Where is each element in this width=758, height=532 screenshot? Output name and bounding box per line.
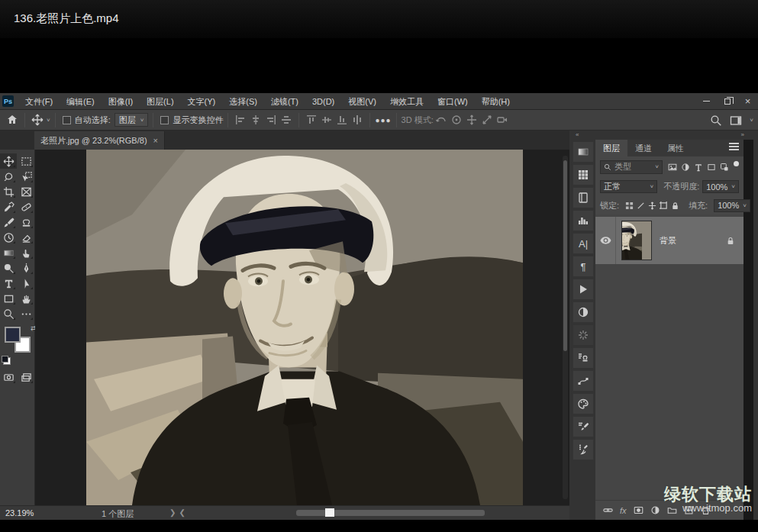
vertical-scrollbar[interactable] — [563, 156, 568, 499]
align-bottom-button[interactable] — [334, 112, 350, 127]
minimize-button[interactable] — [696, 93, 717, 110]
path-selection-tool[interactable] — [18, 276, 34, 291]
healing-brush-tool[interactable] — [18, 199, 34, 214]
auto-select-dropdown[interactable]: 图层 — [115, 113, 149, 127]
hand-tool[interactable] — [18, 291, 34, 306]
adjustments-panel-icon[interactable] — [573, 301, 594, 323]
document-tab[interactable]: 老照片.jpg @ 23.2%(RGB/8) — [34, 131, 165, 150]
screen-mode-button[interactable] — [18, 369, 34, 385]
timeline-panel-icon[interactable] — [573, 279, 594, 300]
filter-toggle-icon[interactable] — [734, 161, 739, 166]
eraser-tool[interactable] — [18, 230, 34, 245]
filter-pixel-layers-icon[interactable] — [666, 161, 678, 172]
more-options-button[interactable]: ●●● — [375, 116, 391, 124]
menu-image[interactable]: 图像(I) — [102, 93, 140, 110]
panel-menu-icon[interactable] — [729, 143, 739, 150]
patterns-panel-icon[interactable] — [573, 164, 594, 185]
3d-pan-icon[interactable] — [464, 112, 479, 127]
paths-panel-icon[interactable] — [573, 370, 594, 392]
distribute-vertical-button[interactable] — [350, 112, 365, 127]
layer-visibility-toggle[interactable] — [595, 217, 616, 264]
libraries-panel-icon[interactable] — [573, 187, 594, 208]
chevron-down-icon[interactable] — [750, 117, 753, 124]
pen-tool[interactable] — [18, 260, 34, 276]
collapse-dock-right-icon[interactable]: » — [741, 131, 744, 138]
edit-toolbar-button[interactable] — [18, 306, 34, 321]
menu-help[interactable]: 帮助(H) — [475, 93, 517, 110]
lasso-tool[interactable] — [0, 169, 17, 184]
layer-effects-button[interactable]: fx — [620, 506, 627, 515]
zoom-level-field[interactable]: 23.19% — [5, 508, 34, 517]
menu-window[interactable]: 窗口(W) — [431, 93, 475, 110]
rectangle-tool[interactable] — [0, 291, 17, 306]
close-button[interactable] — [737, 93, 758, 110]
tab-layers[interactable]: 图层 — [595, 140, 627, 156]
3d-camera-icon[interactable] — [495, 112, 510, 127]
brush-settings-panel-icon[interactable] — [573, 416, 594, 437]
align-left-button[interactable] — [233, 112, 248, 127]
chevron-down-icon[interactable] — [47, 117, 50, 124]
frame-tool[interactable] — [18, 184, 34, 199]
collapse-dock-left-icon[interactable]: « — [576, 131, 579, 138]
align-middle-button[interactable] — [319, 112, 334, 127]
brush-tool[interactable] — [0, 214, 17, 230]
menu-file[interactable]: 文件(F) — [18, 93, 60, 110]
gradient-tool[interactable] — [0, 245, 17, 260]
color-panel-icon[interactable] — [573, 393, 594, 414]
3d-slide-icon[interactable] — [479, 112, 495, 127]
histogram-panel-icon[interactable] — [573, 210, 594, 231]
fill-field[interactable]: 100% — [714, 199, 750, 212]
auto-select-checkbox[interactable] — [63, 116, 71, 124]
clone-stamp-tool[interactable] — [18, 214, 34, 230]
filter-smart-objects-icon[interactable] — [718, 161, 730, 172]
filter-shape-layers-icon[interactable] — [705, 161, 717, 172]
menu-3d[interactable]: 3D(D) — [305, 93, 341, 110]
quick-mask-button[interactable] — [0, 369, 17, 385]
align-top-button[interactable] — [304, 112, 319, 127]
align-right-button[interactable] — [263, 112, 279, 127]
tab-channels[interactable]: 通道 — [627, 140, 660, 156]
filter-type-layers-icon[interactable] — [692, 161, 704, 172]
capture-panel-icon[interactable] — [573, 324, 594, 346]
clone-source-panel-icon[interactable] — [573, 347, 594, 369]
lock-image-icon[interactable] — [637, 201, 645, 211]
brushes-panel-icon[interactable] — [573, 439, 594, 460]
lock-artboard-icon[interactable] — [660, 201, 668, 211]
filter-adjustment-layers-icon[interactable] — [679, 161, 691, 172]
menu-layer[interactable]: 图层(L) — [140, 93, 180, 110]
lock-transparency-icon[interactable] — [625, 201, 634, 211]
home-button[interactable] — [5, 112, 20, 127]
layer-filter-dropdown[interactable]: 类型 — [600, 160, 663, 174]
marquee-tool[interactable] — [18, 153, 34, 169]
3d-roll-icon[interactable] — [449, 112, 464, 127]
gradients-panel-icon[interactable] — [573, 141, 594, 163]
dodge-tool[interactable] — [0, 260, 17, 276]
lock-position-icon[interactable] — [648, 201, 656, 211]
blend-mode-dropdown[interactable]: 正常 — [600, 180, 657, 193]
layer-thumbnail[interactable] — [621, 221, 652, 260]
distribute-horizontal-button[interactable] — [279, 112, 294, 127]
history-brush-tool[interactable] — [0, 230, 17, 245]
layer-row-background[interactable]: 背景 — [595, 217, 743, 264]
character-panel-icon[interactable]: A| — [573, 233, 594, 254]
menu-view[interactable]: 视图(V) — [341, 93, 383, 110]
link-layers-button[interactable] — [603, 505, 613, 515]
lock-all-icon[interactable] — [671, 201, 679, 211]
show-transform-checkbox[interactable] — [160, 116, 169, 124]
opacity-field[interactable]: 100% — [702, 180, 739, 193]
tab-properties[interactable]: 属性 — [660, 140, 692, 156]
object-selection-tool[interactable] — [18, 169, 34, 184]
menu-type[interactable]: 文字(Y) — [181, 93, 223, 110]
canvas-area[interactable] — [35, 150, 569, 505]
eyedropper-tool[interactable] — [0, 199, 17, 214]
3d-orbit-icon[interactable] — [434, 112, 449, 127]
vertical-scrollbar-thumb[interactable] — [563, 160, 567, 351]
menu-filter[interactable]: 滤镜(T) — [264, 93, 305, 110]
align-center-horizontal-button[interactable] — [248, 112, 263, 127]
paragraph-panel-icon[interactable]: ¶ — [573, 256, 594, 277]
move-tool-preset-icon[interactable] — [30, 112, 45, 127]
workspace-switcher-icon[interactable] — [728, 113, 743, 128]
type-tool[interactable] — [0, 276, 17, 291]
add-mask-button[interactable] — [634, 505, 643, 515]
restore-button[interactable] — [717, 93, 737, 110]
